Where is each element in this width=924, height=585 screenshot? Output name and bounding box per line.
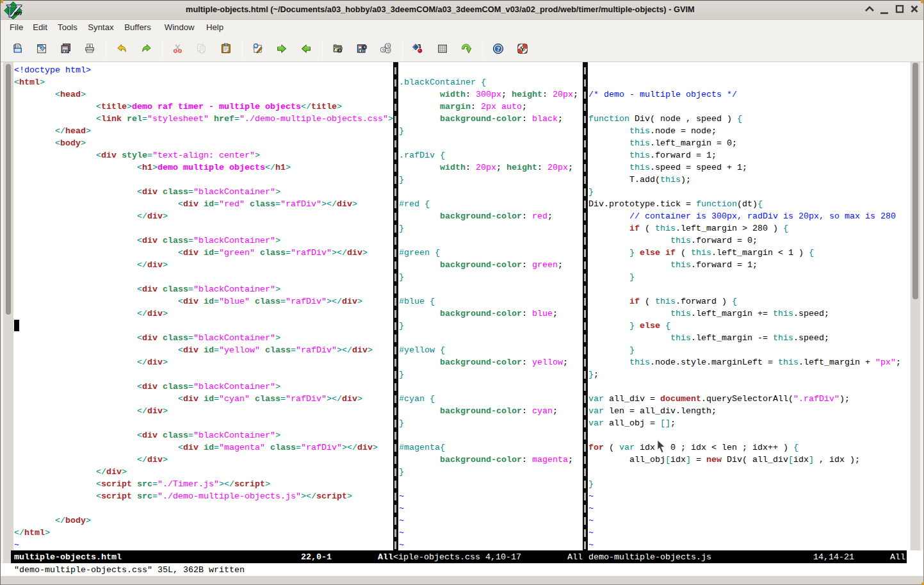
svg-text:?: ? (497, 45, 500, 53)
